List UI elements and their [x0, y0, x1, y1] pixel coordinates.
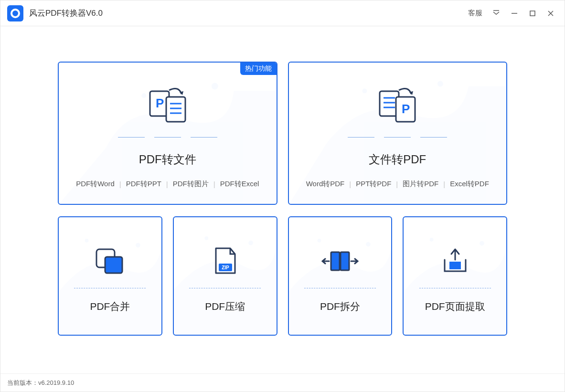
card-title: 文件转PDF: [369, 152, 426, 167]
svg-point-31: [366, 242, 371, 247]
card-title: PDF拆分: [320, 300, 360, 313]
customer-service-button[interactable]: 客服: [468, 9, 482, 18]
titlebar: 风云PDF转换器V6.0 客服: [0, 0, 565, 26]
card-sub-list: Word转PDF| PPT转PDF| 图片转PDF| Excel转PDF: [306, 180, 489, 189]
card-title: PDF压缩: [205, 300, 245, 313]
svg-text:P: P: [402, 102, 410, 116]
hot-badge: 热门功能: [240, 63, 277, 75]
merge-icon: [94, 243, 126, 279]
file-to-pdf-icon: P: [377, 85, 418, 128]
svg-rect-33: [341, 252, 349, 270]
version-value: v6.2019.9.10: [38, 379, 74, 386]
svg-point-22: [85, 239, 89, 243]
svg-point-27: [248, 241, 253, 245]
main-content: 热门功能 P PDF转文件 PDF转W: [0, 26, 565, 373]
card-pdf-split[interactable]: PDF拆分: [288, 216, 393, 336]
svg-text:ZIP: ZIP: [222, 265, 229, 270]
svg-text:P: P: [156, 96, 164, 110]
extract-icon: [440, 243, 470, 279]
svg-rect-32: [331, 252, 340, 270]
minimize-button[interactable]: [510, 9, 519, 18]
card-title: PDF转文件: [139, 152, 196, 167]
card-title: PDF页面提取: [425, 300, 485, 313]
compress-icon: ZIP: [212, 243, 238, 279]
svg-rect-10: [166, 97, 185, 122]
svg-point-26: [204, 236, 208, 240]
svg-point-34: [430, 238, 434, 242]
svg-point-35: [480, 241, 484, 246]
version-label: 当前版本：: [7, 379, 38, 387]
svg-rect-2: [530, 11, 535, 16]
svg-point-7: [223, 122, 226, 126]
svg-point-5: [141, 93, 146, 98]
card-pdf-to-file[interactable]: 热门功能 P PDF转文件 PDF转W: [58, 62, 277, 205]
svg-rect-36: [449, 262, 461, 269]
close-button[interactable]: [546, 9, 555, 18]
card-pdf-compress[interactable]: ZIP PDF压缩: [173, 216, 277, 336]
maximize-button[interactable]: [528, 9, 537, 18]
svg-point-23: [136, 243, 140, 248]
card-sub-list: PDF转Word| PDF转PPT| PDF转图片| PDF转Excel: [76, 180, 259, 189]
card-title: PDF合并: [90, 300, 130, 313]
svg-point-14: [362, 88, 367, 93]
footer: 当前版本： v6.2019.9.10: [0, 373, 565, 392]
split-icon: [321, 243, 359, 279]
svg-point-30: [317, 239, 321, 243]
svg-point-15: [437, 81, 443, 87]
svg-rect-25: [105, 257, 122, 273]
card-file-to-pdf[interactable]: P 文件转PDF Word转PDF| PPT转PDF| 图片转PDF| Exce…: [288, 62, 508, 205]
app-logo: [7, 5, 23, 21]
dropdown-icon[interactable]: [492, 9, 501, 18]
svg-point-6: [212, 83, 218, 90]
card-pdf-extract[interactable]: PDF页面提取: [403, 216, 507, 336]
app-title: 风云PDF转换器V6.0: [29, 8, 103, 19]
card-pdf-merge[interactable]: PDF合并: [58, 216, 162, 336]
pdf-to-file-icon: P: [147, 85, 188, 128]
